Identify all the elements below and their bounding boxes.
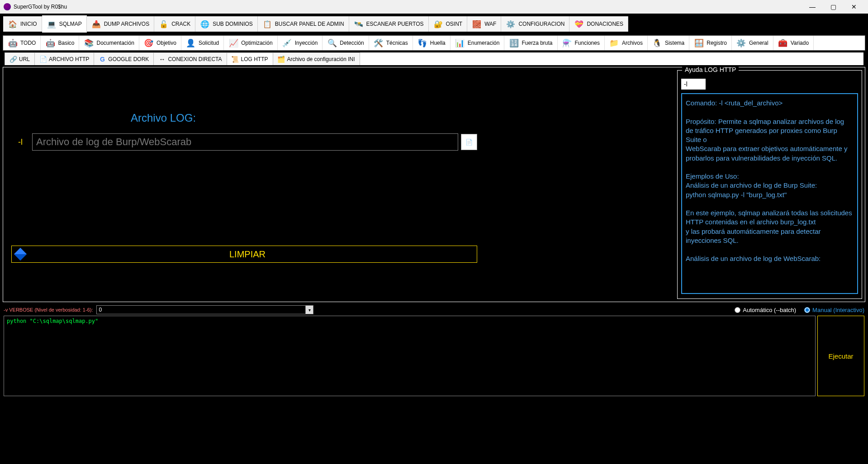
main-tab-sqlmap[interactable]: 💻SQLMAP <box>42 16 87 32</box>
main-tab-osint[interactable]: 🔐OSINT <box>429 16 468 32</box>
sub-tab-basico[interactable]: 🤖Basico <box>41 36 79 50</box>
sub-tab-icon: 📊 <box>455 38 465 48</box>
sub-tab-icon: 🐧 <box>652 38 662 48</box>
radio-auto-input[interactable] <box>735 307 740 313</box>
target-tab-label: LOG HTTP <box>241 56 268 62</box>
verbose-row: -v VERBOSE (Nivel de verbosidad: 1-6): ▾… <box>4 305 864 315</box>
sub-tab-enumeración[interactable]: 📊Enumeración <box>451 36 505 50</box>
mode-manual-radio[interactable]: Manual (Interactivo) <box>804 307 864 313</box>
sub-tab-detección[interactable]: 🔍Detección <box>323 36 369 50</box>
sub-tab-label: Técnicas <box>386 40 408 46</box>
sub-tab-label: General <box>749 40 768 46</box>
flag-label: -l <box>11 137 29 147</box>
maximize-button[interactable]: ▢ <box>823 0 844 14</box>
close-button[interactable]: ✕ <box>844 0 864 14</box>
sub-tab-icon: 📚 <box>84 38 94 48</box>
clear-button[interactable]: LIMPIAR <box>11 246 477 263</box>
main-tab-sub-dominios[interactable]: 🌐SUB DOMINIOS <box>195 16 258 32</box>
sub-tab-inyección[interactable]: 💉Inyección <box>278 36 323 50</box>
radio-manual-input[interactable] <box>804 307 810 313</box>
execute-button[interactable]: Ejecutar <box>817 316 864 396</box>
tab-label: SQLMAP <box>59 21 82 27</box>
log-file-input[interactable] <box>32 133 458 151</box>
log-section-title: Archivo LOG: <box>131 112 482 124</box>
target-tab-icon: 🗂️ <box>278 56 285 63</box>
tab-icon: 🌐 <box>200 19 210 29</box>
sub-tab-icon: 🔢 <box>509 38 519 48</box>
sub-tab-label: Documentación <box>96 40 134 46</box>
sub-tab-huella[interactable]: 👣Huella <box>413 36 451 50</box>
sub-tab-icon: ⚙️ <box>736 38 746 48</box>
main-tab-escanear-puertos[interactable]: 🛰️ESCANEAR PUERTOS <box>349 16 429 32</box>
sub-tab-label: Huella <box>430 40 446 46</box>
sub-tab-icon: 🛠️ <box>374 38 384 48</box>
main-tab-donaciones[interactable]: 💝DONACIONES <box>569 16 628 32</box>
sub-tab-icon: 👤 <box>186 38 196 48</box>
log-config-panel: Archivo LOG: -l 📄 LIMPIAR <box>7 71 482 263</box>
browse-file-button[interactable]: 📄 <box>461 134 477 150</box>
main-tab-buscar-panel-de-admin[interactable]: 📋BUSCAR PANEL DE ADMIN <box>258 16 349 32</box>
target-tab-log-http[interactable]: 📜LOG HTTP <box>227 52 273 65</box>
execute-label: Ejecutar <box>828 352 853 360</box>
sub-tab-documentación[interactable]: 📚Documentación <box>79 36 139 50</box>
tab-icon: 🏠 <box>8 19 18 29</box>
sub-tab-label: Sistema <box>665 40 684 46</box>
sub-tab-label: Detección <box>340 40 364 46</box>
tab-icon: 🔐 <box>433 19 443 29</box>
target-tab-archivo-de-configuración-ini[interactable]: 🗂️Archivo de configuración INI <box>273 52 360 65</box>
main-tab-dump-archivos[interactable]: 📥DUMP ARCHIVOS <box>87 16 154 32</box>
sub-tab-variado[interactable]: 🧰Variado <box>773 36 814 50</box>
target-tab-url[interactable]: 🔗URL <box>5 52 35 65</box>
target-tab-google-dork[interactable]: GGOOGLE DORK <box>94 52 154 65</box>
target-tab-label: ARCHIVO HTTP <box>49 56 89 62</box>
help-scroll-area[interactable]: Comando: -l <ruta_del_archivo> Propósito… <box>681 93 858 294</box>
main-tab-inicio[interactable]: 🏠INICIO <box>3 16 42 32</box>
help-legend: Ayuda LOG HTTP <box>682 66 739 73</box>
tab-icon: ⚙️ <box>506 19 516 29</box>
sub-tab-sistema[interactable]: 🐧Sistema <box>648 36 689 50</box>
sub-tab-todo[interactable]: 🤖TODO <box>3 36 41 50</box>
tab-label: CONFIGURACION <box>518 21 564 27</box>
sub-tab-objetivo[interactable]: 🎯Objetivo <box>139 36 181 50</box>
sub-tab-bar: 🤖TODO🤖Basico📚Documentación🎯Objetivo👤Soli… <box>3 35 865 51</box>
target-tab-conexion-directa[interactable]: ↔CONEXION DIRECTA <box>153 52 227 65</box>
help-panel: Ayuda LOG HTTP -l Comando: -l <ruta_del_… <box>677 70 862 299</box>
eraser-icon <box>14 248 27 260</box>
sub-tab-fuerza-bruta[interactable]: 🔢Fuerza bruta <box>504 36 557 50</box>
sub-tab-solicitud[interactable]: 👤Solicitud <box>181 36 224 50</box>
target-tab-archivo-http[interactable]: 📄ARCHIVO HTTP <box>34 52 94 65</box>
sub-tab-label: Fuerza bruta <box>522 40 552 46</box>
target-tab-label: GOOGLE DORK <box>108 56 149 62</box>
tab-icon: 🧱 <box>472 19 482 29</box>
sub-tab-icon: 📁 <box>609 38 619 48</box>
sub-tab-archivos[interactable]: 📁Archivos <box>605 36 648 50</box>
mode-auto-radio[interactable]: Automático (--batch) <box>735 307 796 313</box>
sub-tab-icon: 📈 <box>228 38 238 48</box>
sub-tab-funciones[interactable]: ⚗️Funciones <box>558 36 605 50</box>
sub-tab-icon: 🤖 <box>8 38 18 48</box>
sub-tab-label: Optimización <box>241 40 272 46</box>
sub-tab-técnicas[interactable]: 🛠️Técnicas <box>369 36 413 50</box>
tab-label: OSINT <box>446 21 463 27</box>
sub-tab-registro[interactable]: 🪟Registro <box>689 36 732 50</box>
help-body-text: Comando: -l <ruta_del_archivo> Propósito… <box>686 99 854 264</box>
target-tab-bar: 🔗URL📄ARCHIVO HTTPGGOOGLE DORK↔CONEXION D… <box>5 52 863 65</box>
tab-icon: 📋 <box>262 19 272 29</box>
command-console[interactable]: python "C:\sqlmap\sqlmap.py" <box>4 316 816 396</box>
verbose-label: -v VERBOSE (Nivel de verbosidad: 1-6): <box>4 307 93 312</box>
tab-label: CRACK <box>171 21 190 27</box>
main-tab-waf[interactable]: 🧱WAF <box>467 16 501 32</box>
file-icon: 📄 <box>465 139 473 146</box>
tab-icon: 💻 <box>47 19 57 29</box>
minimize-button[interactable]: — <box>802 0 823 14</box>
target-tab-icon: ↔ <box>158 56 166 63</box>
main-tab-configuracion[interactable]: ⚙️CONFIGURACION <box>501 16 569 32</box>
verbose-select[interactable] <box>96 305 313 314</box>
sub-tab-optimización[interactable]: 📈Optimización <box>224 36 277 50</box>
main-tab-crack[interactable]: 🔓CRACK <box>154 16 195 32</box>
sub-tab-icon: 🎯 <box>144 38 154 48</box>
sub-tab-general[interactable]: ⚙️General <box>732 36 773 50</box>
chevron-down-icon[interactable]: ▾ <box>305 305 313 314</box>
sub-tab-icon: ⚗️ <box>562 38 572 48</box>
target-tab-label: Archivo de configuración INI <box>287 56 355 62</box>
